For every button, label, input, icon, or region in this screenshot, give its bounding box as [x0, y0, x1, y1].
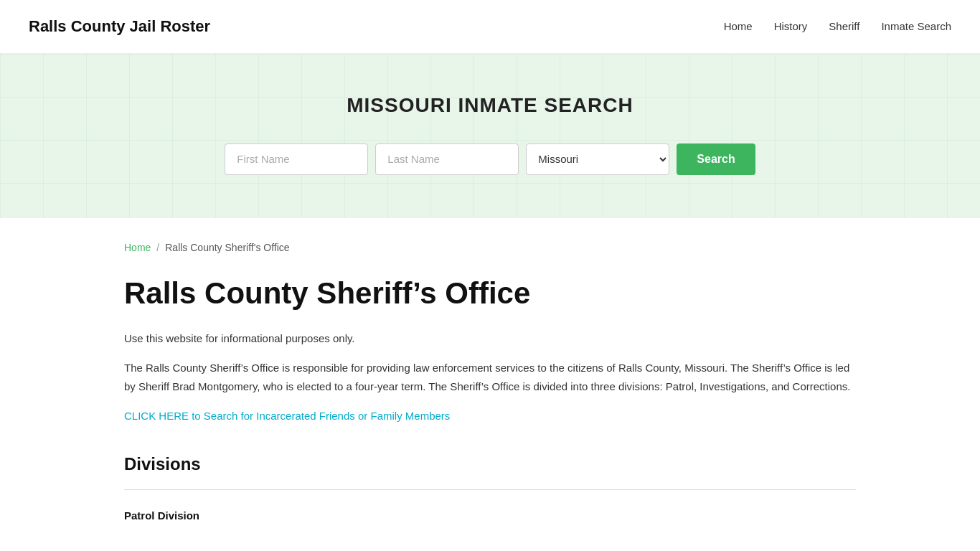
divider: [124, 489, 856, 490]
nav-link-inmate-search[interactable]: Inmate Search: [881, 18, 951, 35]
state-select[interactable]: MissouriAlabamaAlaskaArizonaArkansasCali…: [526, 143, 669, 175]
cta-link[interactable]: CLICK HERE to Search for Incarcerated Fr…: [124, 408, 450, 425]
page-title: Ralls County Sheriff’s Office: [124, 276, 856, 311]
first-name-input[interactable]: [225, 143, 368, 175]
breadcrumb-current: Ralls County Sheriff's Office: [165, 240, 289, 255]
nav-link-history[interactable]: History: [774, 18, 808, 35]
breadcrumb-home[interactable]: Home: [124, 240, 151, 255]
main-nav: Home History Sheriff Inmate Search: [724, 18, 951, 35]
divisions-heading: Divisions: [124, 451, 856, 478]
site-logo[interactable]: Ralls County Jail Roster: [29, 14, 210, 39]
last-name-input[interactable]: [375, 143, 519, 175]
site-header: Ralls County Jail Roster Home History Sh…: [0, 0, 980, 54]
breadcrumb: Home / Ralls County Sheriff's Office: [124, 240, 856, 255]
description-text: The Ralls County Sheriff’s Office is res…: [124, 359, 856, 395]
search-banner: MISSOURI INMATE SEARCH MissouriAlabamaAl…: [0, 54, 980, 218]
banner-heading: MISSOURI INMATE SEARCH: [14, 90, 966, 122]
inmate-search-form: MissouriAlabamaAlaskaArizonaArkansasCali…: [14, 143, 966, 175]
patrol-division-label: Patrol Division: [124, 507, 856, 524]
breadcrumb-separator: /: [156, 240, 159, 255]
nav-link-home[interactable]: Home: [724, 18, 753, 35]
nav-link-sheriff[interactable]: Sheriff: [829, 18, 859, 35]
main-content: Home / Ralls County Sheriff's Office Ral…: [95, 218, 885, 551]
disclaimer-text: Use this website for informational purpo…: [124, 329, 856, 348]
search-button[interactable]: Search: [677, 143, 755, 175]
